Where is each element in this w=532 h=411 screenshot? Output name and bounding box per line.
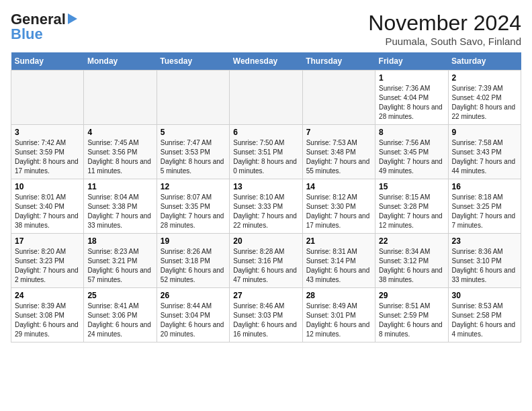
day-info: Sunrise: 8:28 AM Sunset: 3:16 PM Dayligh… [233, 247, 298, 285]
day-number: 19 [161, 236, 226, 246]
table-row: 25Sunrise: 8:41 AM Sunset: 3:06 PM Dayli… [84, 288, 157, 342]
day-info: Sunrise: 7:42 AM Sunset: 3:59 PM Dayligh… [15, 138, 80, 176]
col-tuesday: Tuesday [157, 52, 229, 71]
day-info: Sunrise: 7:58 AM Sunset: 3:43 PM Dayligh… [452, 138, 517, 176]
table-row: 8Sunrise: 7:56 AM Sunset: 3:45 PM Daylig… [375, 125, 448, 179]
day-number: 17 [15, 236, 80, 246]
day-info: Sunrise: 8:01 AM Sunset: 3:40 PM Dayligh… [15, 193, 80, 230]
table-row: 22Sunrise: 8:34 AM Sunset: 3:12 PM Dayli… [375, 234, 448, 288]
day-info: Sunrise: 7:47 AM Sunset: 3:53 PM Dayligh… [161, 138, 226, 176]
calendar-week-row: 3Sunrise: 7:42 AM Sunset: 3:59 PM Daylig… [11, 125, 521, 179]
col-thursday: Thursday [302, 52, 375, 71]
col-saturday: Saturday [448, 52, 521, 71]
day-info: Sunrise: 8:12 AM Sunset: 3:30 PM Dayligh… [306, 193, 371, 230]
day-number: 7 [306, 128, 371, 137]
day-number: 6 [233, 128, 298, 137]
day-info: Sunrise: 8:51 AM Sunset: 2:59 PM Dayligh… [379, 302, 444, 339]
day-info: Sunrise: 8:31 AM Sunset: 3:14 PM Dayligh… [306, 247, 371, 285]
table-row: 2Sunrise: 7:39 AM Sunset: 4:02 PM Daylig… [448, 71, 521, 125]
day-number: 21 [306, 236, 371, 246]
day-number: 24 [15, 291, 80, 300]
table-row: 13Sunrise: 8:10 AM Sunset: 3:33 PM Dayli… [230, 179, 302, 234]
day-number: 10 [15, 182, 80, 191]
calendar-week-row: 24Sunrise: 8:39 AM Sunset: 3:08 PM Dayli… [11, 288, 521, 342]
day-info: Sunrise: 7:36 AM Sunset: 4:04 PM Dayligh… [379, 84, 444, 122]
logo-arrow-icon [68, 13, 77, 24]
table-row: 17Sunrise: 8:20 AM Sunset: 3:23 PM Dayli… [11, 234, 84, 288]
col-wednesday: Wednesday [230, 52, 302, 71]
day-info: Sunrise: 8:10 AM Sunset: 3:33 PM Dayligh… [233, 193, 298, 230]
table-row: 4Sunrise: 7:45 AM Sunset: 3:56 PM Daylig… [84, 125, 157, 179]
table-row [302, 71, 375, 125]
table-row: 5Sunrise: 7:47 AM Sunset: 3:53 PM Daylig… [157, 125, 229, 179]
day-info: Sunrise: 7:50 AM Sunset: 3:51 PM Dayligh… [233, 138, 298, 176]
day-number: 23 [452, 236, 517, 246]
calendar-week-row: 17Sunrise: 8:20 AM Sunset: 3:23 PM Dayli… [11, 234, 521, 288]
col-sunday: Sunday [11, 52, 84, 71]
table-row: 18Sunrise: 8:23 AM Sunset: 3:21 PM Dayli… [84, 234, 157, 288]
title-area: November 2024 Puumala, South Savo, Finla… [368, 11, 521, 47]
table-row: 1Sunrise: 7:36 AM Sunset: 4:04 PM Daylig… [375, 71, 448, 125]
day-number: 20 [233, 236, 298, 246]
table-row: 19Sunrise: 8:26 AM Sunset: 3:18 PM Dayli… [157, 234, 229, 288]
day-number: 12 [161, 182, 226, 191]
day-number: 25 [87, 291, 152, 300]
table-row: 9Sunrise: 7:58 AM Sunset: 3:43 PM Daylig… [448, 125, 521, 179]
day-number: 18 [87, 236, 152, 246]
day-info: Sunrise: 7:39 AM Sunset: 4:02 PM Dayligh… [452, 84, 517, 122]
table-row: 21Sunrise: 8:31 AM Sunset: 3:14 PM Dayli… [302, 234, 375, 288]
month-title: November 2024 [368, 11, 521, 36]
logo: General Blue [11, 11, 77, 43]
day-info: Sunrise: 8:53 AM Sunset: 2:58 PM Dayligh… [452, 302, 517, 339]
calendar-week-row: 10Sunrise: 8:01 AM Sunset: 3:40 PM Dayli… [11, 179, 521, 234]
table-row: 11Sunrise: 8:04 AM Sunset: 3:38 PM Dayli… [84, 179, 157, 234]
table-row [230, 71, 302, 125]
day-info: Sunrise: 8:44 AM Sunset: 3:04 PM Dayligh… [161, 302, 226, 339]
table-row: 30Sunrise: 8:53 AM Sunset: 2:58 PM Dayli… [448, 288, 521, 342]
day-info: Sunrise: 8:41 AM Sunset: 3:06 PM Dayligh… [87, 302, 152, 339]
day-info: Sunrise: 8:34 AM Sunset: 3:12 PM Dayligh… [379, 247, 444, 285]
day-number: 16 [452, 182, 517, 191]
day-info: Sunrise: 8:39 AM Sunset: 3:08 PM Dayligh… [15, 302, 80, 339]
day-number: 2 [452, 73, 517, 83]
table-row: 3Sunrise: 7:42 AM Sunset: 3:59 PM Daylig… [11, 125, 84, 179]
day-number: 11 [87, 182, 152, 191]
day-info: Sunrise: 8:20 AM Sunset: 3:23 PM Dayligh… [15, 247, 80, 285]
day-number: 29 [379, 291, 444, 300]
table-row: 7Sunrise: 7:53 AM Sunset: 3:48 PM Daylig… [302, 125, 375, 179]
table-row [157, 71, 229, 125]
day-number: 28 [306, 291, 371, 300]
day-number: 4 [87, 128, 152, 137]
table-row: 26Sunrise: 8:44 AM Sunset: 3:04 PM Dayli… [157, 288, 229, 342]
day-info: Sunrise: 8:07 AM Sunset: 3:35 PM Dayligh… [161, 193, 226, 230]
day-info: Sunrise: 8:18 AM Sunset: 3:25 PM Dayligh… [452, 193, 517, 230]
table-row: 16Sunrise: 8:18 AM Sunset: 3:25 PM Dayli… [448, 179, 521, 234]
day-info: Sunrise: 7:45 AM Sunset: 3:56 PM Dayligh… [87, 138, 152, 176]
day-number: 14 [306, 182, 371, 191]
day-number: 9 [452, 128, 517, 137]
day-info: Sunrise: 8:23 AM Sunset: 3:21 PM Dayligh… [87, 247, 152, 285]
day-info: Sunrise: 8:26 AM Sunset: 3:18 PM Dayligh… [161, 247, 226, 285]
day-number: 8 [379, 128, 444, 137]
table-row: 28Sunrise: 8:49 AM Sunset: 3:01 PM Dayli… [302, 288, 375, 342]
table-row: 10Sunrise: 8:01 AM Sunset: 3:40 PM Dayli… [11, 179, 84, 234]
location-subtitle: Puumala, South Savo, Finland [368, 36, 521, 47]
table-row: 20Sunrise: 8:28 AM Sunset: 3:16 PM Dayli… [230, 234, 302, 288]
page-header: General Blue November 2024 Puumala, Sout… [11, 11, 521, 47]
day-number: 27 [233, 291, 298, 300]
day-info: Sunrise: 7:56 AM Sunset: 3:45 PM Dayligh… [379, 138, 444, 176]
table-row [84, 71, 157, 125]
table-row: 6Sunrise: 7:50 AM Sunset: 3:51 PM Daylig… [230, 125, 302, 179]
day-info: Sunrise: 8:15 AM Sunset: 3:28 PM Dayligh… [379, 193, 444, 230]
table-row [11, 71, 84, 125]
day-number: 30 [452, 291, 517, 300]
day-number: 3 [15, 128, 80, 137]
col-friday: Friday [375, 52, 448, 71]
col-monday: Monday [84, 52, 157, 71]
table-row: 23Sunrise: 8:36 AM Sunset: 3:10 PM Dayli… [448, 234, 521, 288]
calendar-table: Sunday Monday Tuesday Wednesday Thursday… [11, 52, 521, 342]
table-row: 29Sunrise: 8:51 AM Sunset: 2:59 PM Dayli… [375, 288, 448, 342]
day-info: Sunrise: 8:49 AM Sunset: 3:01 PM Dayligh… [306, 302, 371, 339]
table-row: 27Sunrise: 8:46 AM Sunset: 3:03 PM Dayli… [230, 288, 302, 342]
table-row: 14Sunrise: 8:12 AM Sunset: 3:30 PM Dayli… [302, 179, 375, 234]
